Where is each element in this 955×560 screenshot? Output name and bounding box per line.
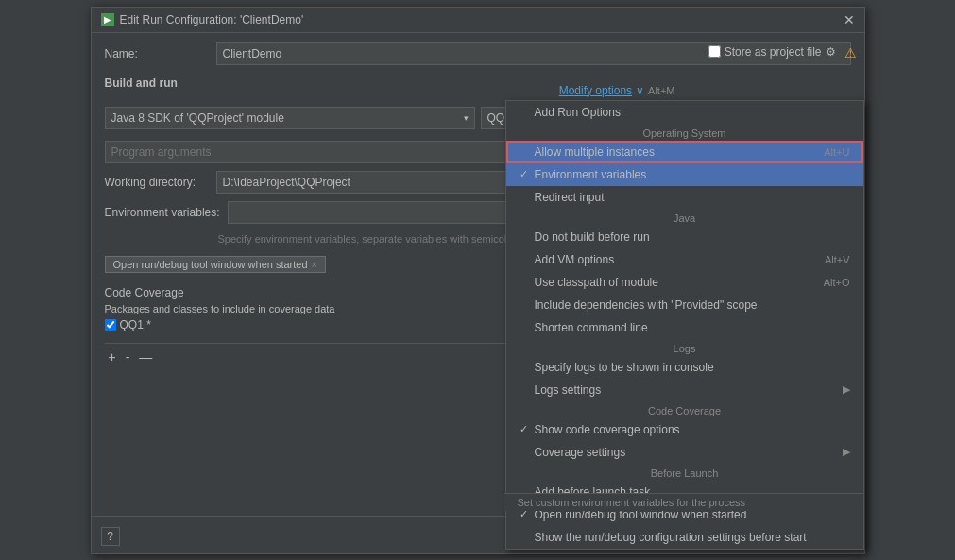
menu-item-logs-settings[interactable]: Logs settings ▶ — [506, 379, 863, 401]
section-logs: Logs — [506, 339, 863, 356]
menu-item-env-variables-label: Environment variables — [535, 168, 647, 181]
store-project-file-label: Store as project file — [725, 45, 822, 59]
modify-options-shortcut: Alt+M — [648, 85, 674, 96]
menu-item-add-run-options[interactable]: Add Run Options — [506, 101, 863, 124]
menu-item-allow-multiple-shortcut: Alt+U — [824, 146, 849, 158]
menu-item-add-run-options-label: Add Run Options — [535, 106, 621, 119]
build-run-title: Build and run — [105, 76, 851, 90]
open-run-debug-chip: Open run/debug tool window when started … — [105, 256, 327, 273]
menu-item-shorten-cmdline[interactable]: Shorten command line — [506, 316, 863, 339]
menu-item-add-vm-label: Add VM options — [535, 253, 615, 266]
sdk-select-arrow: ▾ — [464, 113, 469, 123]
store-project-file-checkbox[interactable] — [708, 45, 721, 58]
menu-item-specify-logs[interactable]: Specify logs to be shown in console — [506, 356, 863, 379]
chip-close-button[interactable]: × — [312, 259, 317, 270]
menu-item-show-run-debug-label: Show the run/debug configuration setting… — [535, 531, 807, 544]
menu-item-show-coverage[interactable]: ✓ Show code coverage options — [506, 418, 863, 441]
menu-item-redirect-input-label: Redirect input — [535, 191, 605, 204]
menu-item-specify-logs-label: Specify logs to be shown in console — [535, 361, 714, 374]
warning-icon: ⚠ — [844, 45, 857, 60]
menu-item-env-variables[interactable]: ✓ Environment variables — [506, 163, 863, 186]
modify-options-chevron: ∨ — [636, 84, 644, 97]
add-coverage-button[interactable]: + — [105, 348, 120, 366]
menu-item-use-classpath[interactable]: Use classpath of module Alt+O — [506, 271, 863, 294]
sdk-select[interactable]: Java 8 SDK of 'QQProject' module ▾ — [105, 107, 475, 129]
menu-item-allow-multiple-label: Allow multiple instances — [535, 145, 655, 159]
menu-item-use-classpath-label: Use classpath of module — [535, 276, 658, 289]
menu-item-logs-settings-label: Logs settings — [535, 383, 602, 397]
menu-item-coverage-settings[interactable]: Coverage settings ▶ — [506, 441, 863, 464]
menu-item-allow-multiple[interactable]: Allow multiple instances Alt+U — [506, 141, 863, 163]
title-bar: ▶ Edit Run Configuration: 'ClientDemo' ✕ — [92, 8, 864, 33]
store-project-file-area: Store as project file ⚙ — [708, 45, 836, 59]
logs-settings-arrow: ▶ — [843, 383, 850, 396]
menu-item-show-coverage-label: Show code coverage options — [535, 423, 680, 436]
title-bar-left: ▶ Edit Run Configuration: 'ClientDemo' — [101, 13, 304, 26]
section-operating-system: Operating System — [506, 124, 863, 141]
modify-options-button[interactable]: Modify options — [559, 84, 632, 97]
section-code-coverage: Code Coverage — [506, 401, 863, 418]
menu-item-redirect-input[interactable]: Redirect input — [506, 186, 863, 209]
name-label: Name: — [105, 47, 209, 60]
menu-item-coverage-settings-label: Coverage settings — [535, 446, 626, 459]
menu-item-include-provided-label: Include dependencies with "Provided" sco… — [535, 298, 758, 312]
run-config-icon: ▶ — [101, 13, 114, 26]
help-button[interactable]: ? — [101, 527, 120, 546]
dropdown-status-hint: Set custom environment variables for the… — [504, 493, 863, 511]
remove-coverage-button[interactable]: - — [122, 348, 134, 366]
menu-item-no-build-label: Do not build before run — [535, 230, 650, 244]
dialog-title: Edit Run Configuration: 'ClientDemo' — [120, 13, 304, 26]
menu-item-include-provided[interactable]: Include dependencies with "Provided" sco… — [506, 294, 863, 316]
close-button[interactable]: ✕ — [844, 13, 855, 26]
menu-item-use-classpath-shortcut: Alt+O — [824, 277, 850, 288]
sdk-select-value: Java 8 SDK of 'QQProject' module — [111, 111, 284, 125]
coverage-item-label: QQ1.* — [120, 318, 151, 331]
env-vars-label: Environment variables: — [105, 206, 220, 219]
menu-item-add-vm-shortcut: Alt+V — [825, 254, 850, 265]
section-java: Java — [506, 209, 863, 226]
section-before-launch: Before Launch — [506, 464, 863, 481]
chip-label: Open run/debug tool window when started — [113, 259, 308, 270]
gear-icon[interactable]: ⚙ — [826, 45, 836, 59]
menu-item-add-vm[interactable]: Add VM options Alt+V — [506, 248, 863, 271]
menu-item-no-build[interactable]: Do not build before run — [506, 226, 863, 248]
coverage-checkbox[interactable] — [105, 319, 116, 331]
clear-coverage-button[interactable]: — — [135, 348, 156, 366]
menu-item-show-run-debug[interactable]: Show the run/debug configuration setting… — [506, 526, 863, 549]
menu-item-shorten-cmdline-label: Shorten command line — [535, 321, 648, 334]
coverage-settings-arrow: ▶ — [843, 446, 850, 458]
edit-run-config-dialog: ▶ Edit Run Configuration: 'ClientDemo' ✕… — [91, 7, 865, 554]
working-dir-label: Working directory: — [105, 176, 209, 189]
modify-options-dropdown: Add Run Options Operating System Allow m… — [505, 100, 864, 550]
